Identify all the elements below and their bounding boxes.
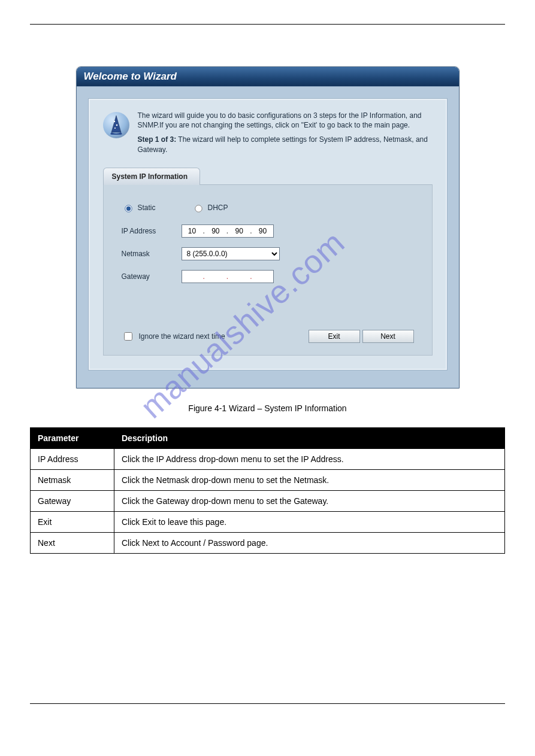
table-header-parameter: Parameter: [31, 427, 114, 448]
gateway-field[interactable]: . . .: [182, 270, 274, 283]
table-row: NetmaskClick the Netmask drop-down menu …: [31, 469, 505, 490]
ignore-wizard-label: Ignore the wizard next time: [139, 332, 225, 341]
table-header-description: Description: [114, 427, 505, 448]
param-cell: IP Address: [31, 448, 114, 469]
step-number-label: Step 1 of 3:: [138, 135, 177, 144]
ip-octet-1[interactable]: [182, 226, 202, 236]
svg-point-0: [113, 121, 114, 122]
ip-address-field[interactable]: . . .: [182, 224, 274, 238]
ip-octet-2[interactable]: [205, 226, 226, 236]
tab-system-ip[interactable]: System IP Information: [103, 168, 200, 185]
svg-point-2: [114, 127, 115, 129]
desc-cell: Click Exit to leave this page.: [114, 511, 505, 532]
param-cell: Exit: [31, 511, 114, 532]
ignore-wizard-checkbox[interactable]: Ignore the wizard next time: [122, 330, 225, 342]
parameters-table: Parameter Description IP AddressClick th…: [30, 427, 505, 554]
desc-cell: Click the IP Address drop-down menu to s…: [114, 448, 505, 469]
radio-dhcp-input[interactable]: [195, 205, 202, 212]
gateway-octet-1[interactable]: [182, 272, 202, 281]
ip-address-label: IP Address: [122, 227, 182, 235]
wizard-intro-text: The wizard will guide you to do basic co…: [138, 111, 433, 130]
desc-cell: Click the Netmask drop-down menu to set …: [114, 469, 505, 490]
step-description: The wizard will help to complete setting…: [138, 135, 428, 153]
table-row: ExitClick Exit to leave this page.: [31, 511, 505, 532]
figure-caption: Figure 4-1 Wizard – System IP Informatio…: [30, 403, 505, 413]
desc-cell: Click the Gateway drop-down menu to set …: [114, 490, 505, 511]
radio-static-label: Static: [138, 204, 156, 212]
ignore-wizard-input[interactable]: [124, 332, 132, 341]
param-cell: Gateway: [31, 490, 114, 511]
radio-static[interactable]: Static: [122, 203, 156, 212]
ip-octet-3[interactable]: [229, 226, 249, 236]
radio-dhcp[interactable]: DHCP: [192, 203, 228, 212]
desc-cell: Click Next to Account / Password page.: [114, 532, 505, 553]
wizard-title-bar: Welcome to Wizard: [77, 67, 459, 86]
radio-static-input[interactable]: [125, 205, 132, 212]
wizard-hat-icon: [103, 112, 129, 138]
param-cell: Netmask: [31, 469, 114, 490]
exit-button[interactable]: Exit: [309, 330, 360, 343]
wizard-step-text: Step 1 of 3: The wizard will help to com…: [138, 135, 433, 154]
svg-point-1: [116, 125, 117, 126]
netmask-select[interactable]: 8 (255.0.0.0): [182, 247, 280, 260]
netmask-label: Netmask: [122, 250, 182, 258]
table-row: NextClick Next to Account / Password pag…: [31, 532, 505, 553]
table-row: GatewayClick the Gateway drop-down menu …: [31, 490, 505, 511]
gateway-octet-2[interactable]: [205, 272, 226, 281]
gateway-octet-3[interactable]: [229, 272, 249, 281]
wizard-window: Welcome to Wizard: [76, 66, 460, 388]
gateway-octet-4[interactable]: [253, 272, 273, 281]
gateway-label: Gateway: [122, 272, 182, 281]
next-button[interactable]: Next: [362, 330, 414, 343]
param-cell: Next: [31, 532, 114, 553]
radio-dhcp-label: DHCP: [208, 204, 228, 212]
ip-octet-4[interactable]: [253, 226, 273, 236]
table-row: IP AddressClick the IP Address drop-down…: [31, 448, 505, 469]
